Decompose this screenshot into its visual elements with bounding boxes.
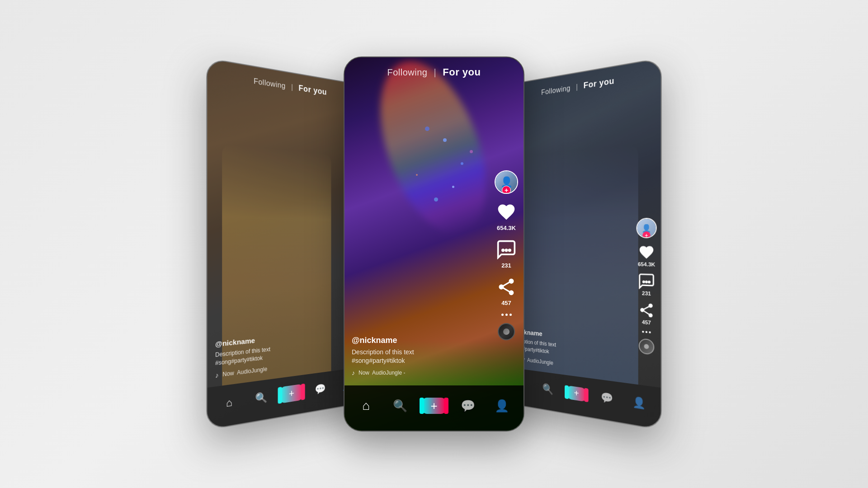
right-comment-btn[interactable]: 231 — [638, 273, 655, 297]
right-search-icon: 🔍 — [542, 383, 553, 396]
left-header-text: Following | For you — [254, 76, 327, 97]
right-side-actions: 👤 + 654.3K 231 — [637, 218, 657, 356]
center-comment-count: 231 — [501, 262, 511, 269]
center-phone-header: Following | For you — [344, 57, 524, 83]
center-music-disc-btn[interactable] — [498, 323, 515, 340]
right-header-text: Following | For you — [541, 76, 614, 97]
right-nav-search[interactable]: 🔍 — [534, 381, 562, 397]
right-like-btn[interactable]: 654.3K — [638, 244, 655, 267]
center-share-count: 457 — [501, 300, 511, 306]
svg-point-8 — [648, 281, 651, 283]
center-music-bar: ♪ Now AudioJungle - — [352, 369, 487, 376]
center-share-icon — [495, 276, 517, 298]
phone-center: Following | For you 👤 + — [344, 56, 524, 432]
center-nav-search[interactable]: 🔍 — [383, 399, 417, 413]
left-music-note-icon: ♪ — [215, 371, 219, 379]
center-like-btn[interactable]: 654.3K — [495, 201, 517, 231]
phone-left: Following | For you 👤 + — [206, 57, 364, 430]
right-follow-badge[interactable]: + — [642, 231, 650, 238]
right-phone-header: Following | For you — [505, 59, 661, 107]
center-music-source: Now AudioJungle - — [359, 370, 405, 376]
center-header-text: Following | For you — [387, 66, 481, 78]
right-more-btn[interactable] — [642, 331, 651, 333]
right-share-count: 457 — [642, 319, 651, 325]
center-avatar-btn[interactable]: 👤 + — [495, 170, 518, 194]
left-home-icon: ⌂ — [226, 396, 232, 409]
right-like-count: 654.3K — [638, 261, 655, 267]
center-heart-icon — [495, 201, 517, 223]
right-more-icon — [642, 331, 651, 333]
right-heart-icon — [638, 244, 655, 261]
center-nav-plus[interactable]: + — [417, 398, 451, 414]
left-following-label: Following — [254, 77, 286, 90]
right-for-you-label: For you — [584, 76, 614, 90]
left-plus-button[interactable]: + — [280, 384, 302, 403]
center-plus-button[interactable]: + — [422, 398, 446, 414]
left-messages-icon: 💬 — [315, 383, 326, 396]
center-follow-badge[interactable]: + — [502, 186, 511, 194]
center-messages-icon: 💬 — [461, 399, 475, 413]
right-nav-profile[interactable]: 👤 — [623, 394, 656, 412]
center-home-icon: ⌂ — [362, 399, 370, 413]
left-for-you-label: For you — [298, 84, 327, 97]
phones-container: Following | For you 👤 + — [185, 18, 683, 470]
svg-point-4 — [505, 249, 508, 252]
center-username: @nickname — [352, 336, 487, 345]
center-nav-home[interactable]: ⌂ — [349, 399, 383, 413]
right-music-disc-btn[interactable] — [639, 338, 654, 355]
center-bottom-nav: ⌂ 🔍 + 💬 👤 — [344, 385, 524, 431]
center-profile-icon: 👤 — [495, 399, 509, 413]
left-nav-home[interactable]: ⌂ — [212, 394, 245, 412]
left-phone-header: Following | For you — [207, 59, 363, 107]
left-nav-search[interactable]: 🔍 — [245, 389, 277, 406]
right-comment-count: 231 — [642, 290, 651, 296]
right-messages-icon: 💬 — [601, 391, 613, 405]
svg-point-5 — [508, 249, 511, 252]
left-nav-plus[interactable]: + — [277, 383, 306, 404]
right-divider: | — [576, 83, 578, 91]
center-music-note-icon: ♪ — [352, 369, 355, 376]
right-following-label: Following — [541, 84, 571, 96]
right-share-icon — [638, 301, 655, 319]
svg-point-7 — [645, 281, 648, 283]
center-following-label: Following — [387, 67, 428, 77]
center-for-you-label: For you — [443, 66, 481, 78]
center-comment-icon — [495, 239, 517, 260]
right-profile-icon: 👤 — [632, 395, 646, 410]
center-more-btn[interactable] — [501, 314, 512, 316]
center-side-actions: 👤 + 654.3K — [495, 170, 518, 340]
center-like-count: 654.3K — [497, 225, 516, 231]
center-music-disc-icon — [498, 323, 515, 340]
center-nav-messages[interactable]: 💬 — [451, 399, 485, 413]
right-nav-messages[interactable]: 💬 — [591, 389, 623, 406]
svg-point-3 — [501, 249, 505, 252]
left-divider: | — [291, 83, 293, 91]
right-avatar-btn[interactable]: 👤 + — [637, 218, 657, 239]
center-more-icon — [501, 314, 512, 316]
right-comment-icon — [638, 273, 655, 290]
center-nav-profile[interactable]: 👤 — [485, 399, 519, 413]
left-nav-messages[interactable]: 💬 — [306, 381, 334, 397]
center-share-btn[interactable]: 457 — [495, 276, 517, 306]
center-description: Description of this text#song#party#tikt… — [352, 348, 487, 366]
center-search-icon: 🔍 — [393, 399, 407, 413]
left-search-icon: 🔍 — [255, 391, 267, 405]
center-divider: | — [434, 67, 437, 77]
right-share-btn[interactable]: 457 — [638, 301, 655, 326]
right-music-disc-icon — [639, 338, 654, 355]
center-bottom-info: @nickname Description of this text#song#… — [352, 336, 487, 376]
right-nav-plus[interactable]: + — [562, 385, 591, 403]
svg-point-6 — [642, 281, 645, 283]
center-comment-btn[interactable]: 231 — [495, 239, 517, 269]
right-plus-button[interactable]: + — [567, 385, 586, 402]
phone-right: Following | For you 👤 + 654.3K — [504, 57, 662, 430]
